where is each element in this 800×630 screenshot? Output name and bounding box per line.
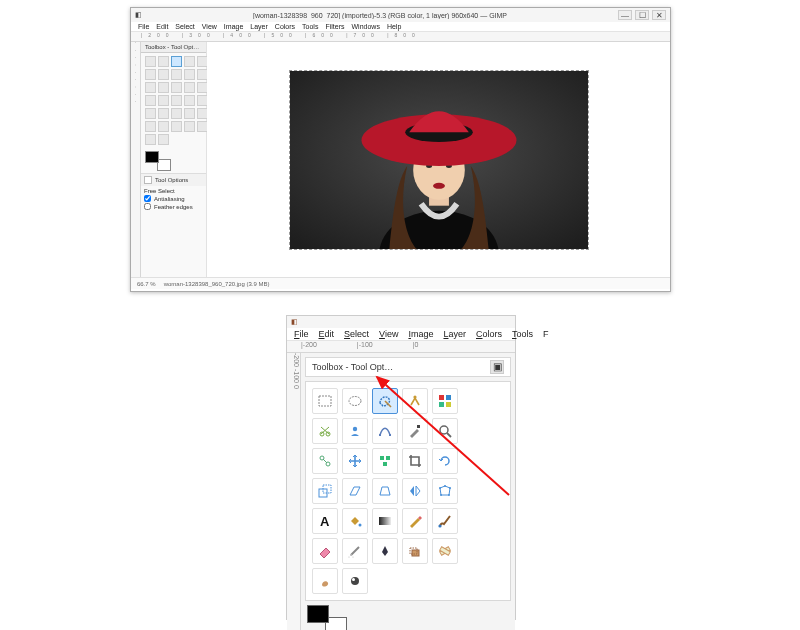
move-tool[interactable] — [342, 448, 368, 474]
color-select-tool[interactable] — [432, 388, 458, 414]
menu-image[interactable]: Image — [408, 329, 433, 339]
eraser-tool[interactable] — [312, 538, 338, 564]
scissors-tool[interactable] — [145, 69, 156, 80]
tool-grid — [141, 53, 206, 148]
svg-point-9 — [349, 397, 361, 406]
ellipse-select-tool[interactable] — [342, 388, 368, 414]
toolbox-close-icon[interactable]: ▣ — [490, 360, 504, 374]
crop-tool[interactable] — [402, 448, 428, 474]
dodge-burn-tool[interactable] — [158, 134, 169, 145]
pencil-tool[interactable] — [402, 508, 428, 534]
tool-options-header: Tool Options — [141, 173, 206, 186]
clone-tool[interactable] — [402, 538, 428, 564]
menu-layer[interactable]: Layer — [250, 23, 268, 30]
paintbrush-tool[interactable] — [432, 508, 458, 534]
ink-tool[interactable] — [171, 121, 182, 132]
bucket-fill-tool[interactable] — [158, 108, 169, 119]
menu-file[interactable]: File — [138, 23, 149, 30]
smudge-tool[interactable] — [145, 134, 156, 145]
free-select-tool[interactable] — [372, 388, 398, 414]
paths-tool[interactable] — [171, 69, 182, 80]
airbrush-tool[interactable] — [342, 538, 368, 564]
scale-tool[interactable] — [312, 478, 338, 504]
minimize-button[interactable]: — — [618, 10, 632, 20]
background-color[interactable] — [157, 159, 171, 171]
menu-select[interactable]: Select — [175, 23, 194, 30]
flip-tool[interactable] — [402, 478, 428, 504]
svg-point-43 — [350, 554, 352, 556]
menu-tools[interactable]: Tools — [512, 329, 533, 339]
align-tool[interactable] — [171, 82, 182, 93]
ink-tool[interactable] — [372, 538, 398, 564]
menu-view[interactable]: View — [202, 23, 217, 30]
move-tool[interactable] — [158, 82, 169, 93]
color-picker-tool[interactable] — [402, 418, 428, 444]
color-swatch[interactable] — [145, 151, 171, 171]
zoom-tool[interactable] — [432, 418, 458, 444]
smudge-tool[interactable] — [312, 568, 338, 594]
scissors-select-tool[interactable] — [312, 418, 338, 444]
menu-layer[interactable]: Layer — [443, 329, 466, 339]
gradient-tool[interactable] — [171, 108, 182, 119]
foreground-color[interactable] — [145, 151, 159, 163]
pencil-tool[interactable] — [184, 108, 195, 119]
clone-tool[interactable] — [184, 121, 195, 132]
menu-file[interactable]: File — [294, 329, 309, 339]
fuzzy-select-tool[interactable] — [402, 388, 428, 414]
canvas-area[interactable] — [207, 42, 670, 277]
rect-select-tool[interactable] — [145, 56, 156, 67]
svg-line-10 — [385, 401, 391, 407]
gimp-icon: ◧ — [135, 11, 142, 19]
shear-tool[interactable] — [342, 478, 368, 504]
menu-edit[interactable]: Edit — [319, 329, 335, 339]
menu-tools[interactable]: Tools — [302, 23, 318, 30]
menu-help[interactable]: Help — [387, 23, 401, 30]
bucket-fill-tool[interactable] — [342, 508, 368, 534]
measure-tool[interactable] — [312, 448, 338, 474]
scale-tool[interactable] — [145, 95, 156, 106]
svg-point-3 — [433, 182, 445, 188]
text-tool[interactable] — [145, 108, 156, 119]
menu-view[interactable]: View — [379, 329, 398, 339]
menu-colors[interactable]: Colors — [476, 329, 502, 339]
airbrush-tool[interactable] — [158, 121, 169, 132]
paths-tool[interactable] — [372, 418, 398, 444]
menu-more[interactable]: F — [543, 329, 549, 339]
menu-image[interactable]: Image — [224, 23, 243, 30]
menu-colors[interactable]: Colors — [275, 23, 295, 30]
dodge-burn-tool[interactable] — [342, 568, 368, 594]
crop-tool[interactable] — [184, 82, 195, 93]
flip-tool[interactable] — [184, 95, 195, 106]
text-tool[interactable]: A — [312, 508, 338, 534]
fuzzy-select-tool[interactable] — [184, 56, 195, 67]
cage-tool[interactable] — [432, 478, 458, 504]
feather-checkbox[interactable]: Feather edges — [144, 203, 203, 210]
ellipse-select-tool[interactable] — [158, 56, 169, 67]
close-button[interactable]: ✕ — [652, 10, 666, 20]
rect-select-tool[interactable] — [312, 388, 338, 414]
free-select-tool[interactable] — [171, 56, 182, 67]
align-tool[interactable] — [372, 448, 398, 474]
menu-edit[interactable]: Edit — [156, 23, 168, 30]
shear-tool[interactable] — [158, 95, 169, 106]
foreground-color[interactable] — [307, 605, 329, 623]
gradient-tool[interactable] — [372, 508, 398, 534]
color-swatch-large[interactable] — [307, 605, 347, 630]
measure-tool[interactable] — [145, 82, 156, 93]
eraser-tool[interactable] — [145, 121, 156, 132]
perspective-tool[interactable] — [171, 95, 182, 106]
perspective-tool[interactable] — [372, 478, 398, 504]
heal-tool[interactable] — [432, 538, 458, 564]
foreground-select-tool[interactable] — [158, 69, 169, 80]
svg-line-25 — [447, 433, 451, 437]
menu-select[interactable]: Select — [344, 329, 369, 339]
menu-windows[interactable]: Windows — [351, 23, 379, 30]
maximize-button[interactable]: ☐ — [635, 10, 649, 20]
image-canvas[interactable] — [289, 70, 589, 250]
foreground-select-tool[interactable] — [342, 418, 368, 444]
antialias-checkbox[interactable]: Antialiasing — [144, 195, 203, 202]
rotate-tool[interactable] — [432, 448, 458, 474]
ruler-vertical: ......... — [131, 42, 141, 277]
color-picker-tool[interactable] — [184, 69, 195, 80]
menu-filters[interactable]: Filters — [325, 23, 344, 30]
